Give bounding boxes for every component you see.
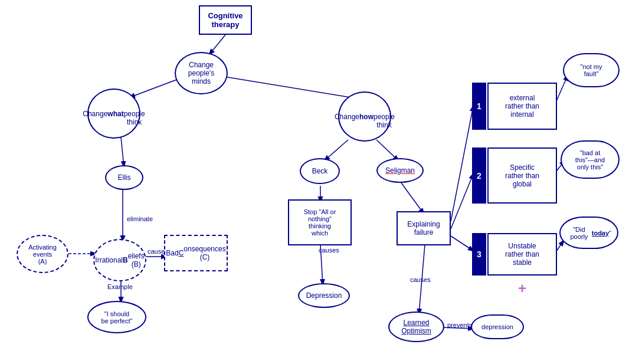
change-what-node: Changewhatpeoplethink: [87, 88, 140, 139]
eliminate-label: eliminate: [127, 215, 153, 222]
svg-line-14: [451, 174, 473, 229]
svg-line-3: [121, 137, 124, 166]
svg-line-15: [451, 236, 473, 251]
ellis-node: Ellis: [105, 165, 143, 190]
cause-label: cause: [148, 248, 165, 255]
num3-node: 3: [472, 233, 486, 276]
change-peoples-minds-node: Changepeople'sminds: [175, 52, 228, 94]
explaining-failure-node: Explainingfailure: [397, 211, 451, 245]
seligman-node: Seligman: [376, 158, 424, 183]
svg-line-8: [325, 140, 348, 160]
svg-line-12: [401, 183, 424, 214]
causes-right-label: causes: [410, 276, 431, 283]
learned-optimism-node: LearnedOptimism: [388, 311, 444, 342]
diagram: Cognitive therapy Changepeople'sminds Ch…: [0, 0, 629, 364]
bad-at-this-node: "bad atthis"—andonly this": [561, 140, 620, 179]
did-poorly-node: "Did poorlytoday": [559, 217, 618, 249]
activating-events-node: Activatingevents(A): [17, 235, 68, 273]
example-label: Example: [107, 283, 133, 290]
i-should-node: "I shouldbe perfect": [87, 301, 146, 333]
num2-node: 2: [472, 147, 486, 204]
not-my-fault-node: "not myfault": [563, 53, 620, 87]
specific-node: Specificrather thanglobal: [487, 147, 557, 204]
irrational-beliefs-node: IrrationalBeliefs(B): [93, 239, 146, 281]
unstable-node: Unstablerather thanstable: [487, 233, 557, 276]
causes-left-label: causes: [319, 247, 339, 254]
cognitive-therapy-node: Cognitive therapy: [199, 5, 252, 35]
svg-line-9: [376, 140, 398, 160]
svg-line-0: [209, 35, 225, 54]
plus-sign: +: [518, 280, 526, 297]
num1-node: 1: [472, 83, 486, 130]
depression-left-node: Depression: [298, 283, 350, 308]
external-node: externalrather thaninternal: [487, 83, 557, 130]
bad-consequences-node: BadConsequences(C): [164, 235, 228, 271]
change-how-node: Changehowpeoplethink: [338, 91, 391, 142]
svg-line-2: [217, 76, 361, 99]
svg-line-13: [451, 106, 473, 221]
stop-all-or-nothing-node: Stop "All ornothing"thinkingwhich: [288, 199, 352, 245]
depression-right-node: depression: [471, 314, 524, 339]
prevents-label: prevents: [447, 322, 472, 329]
beck-node: Beck: [300, 158, 340, 184]
